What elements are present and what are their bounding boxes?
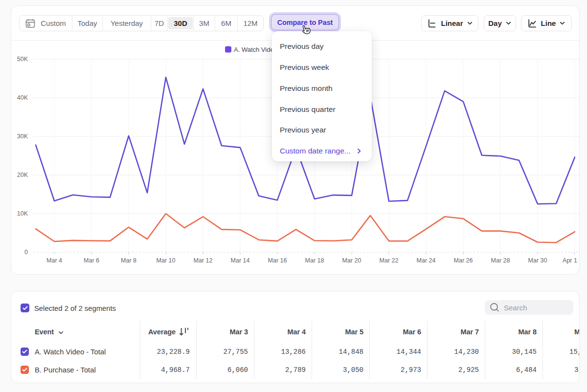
svg-text:Mar 22: Mar 22 <box>380 257 399 264</box>
svg-text:Apr 1: Apr 1 <box>563 257 577 264</box>
svg-text:Mar 26: Mar 26 <box>454 257 473 264</box>
svg-text:Mar 16: Mar 16 <box>268 257 287 264</box>
svg-text:Mar 6: Mar 6 <box>84 257 99 264</box>
svg-text:10K: 10K <box>17 210 28 217</box>
svg-text:0: 0 <box>24 249 28 256</box>
svg-text:Mar 18: Mar 18 <box>305 257 324 264</box>
svg-text:Mar 14: Mar 14 <box>231 257 250 264</box>
svg-text:Mar 20: Mar 20 <box>342 257 361 264</box>
svg-text:Mar 8: Mar 8 <box>121 257 136 264</box>
svg-text:Mar 28: Mar 28 <box>491 257 510 264</box>
svg-text:Mar 24: Mar 24 <box>417 257 436 264</box>
svg-text:Mar 10: Mar 10 <box>157 257 176 264</box>
svg-text:20K: 20K <box>17 172 28 178</box>
svg-text:30K: 30K <box>17 133 28 140</box>
svg-text:Mar 30: Mar 30 <box>528 257 547 264</box>
svg-text:Mar 12: Mar 12 <box>194 257 213 264</box>
svg-text:50K: 50K <box>17 56 28 63</box>
svg-text:40K: 40K <box>17 94 28 101</box>
svg-text:Mar 4: Mar 4 <box>46 257 62 264</box>
